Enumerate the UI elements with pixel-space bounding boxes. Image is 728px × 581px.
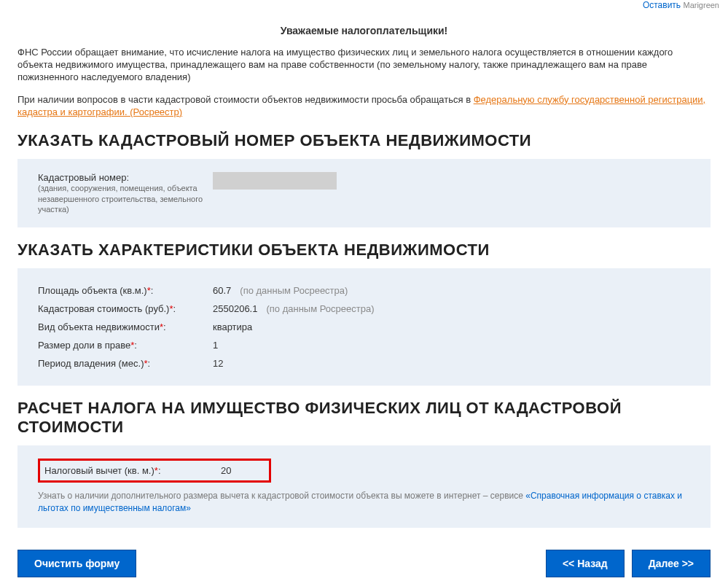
area-value: 60.7 — [213, 285, 231, 296]
share-value: 1 — [213, 340, 218, 351]
row-share: Размер доли в праве*: 1 — [38, 336, 690, 354]
deduction-value-visible: 20 — [206, 465, 231, 476]
row-area: Площадь объекта (кв.м.)*: 60.7 (по данны… — [38, 281, 690, 300]
section3-heading: РАСЧЕТ НАЛОГА НА ИМУЩЕСТВО ФИЗИЧЕСКИХ ЛИ… — [17, 399, 711, 437]
section2-heading: УКАЗАТЬ ХАРАКТЕРИСТИКИ ОБЪЕКТА НЕДВИЖИМО… — [17, 241, 711, 260]
intro-p2-prefix: При наличии вопросов в части кадастровой… — [17, 94, 474, 105]
deduction-label: Налоговый вычет (кв. м.) — [44, 465, 154, 476]
area-label: Площадь объекта (кв.м.) — [38, 285, 147, 296]
clear-form-button[interactable]: Очистить форму — [17, 550, 136, 577]
row-cost: Кадастровая стоимость (руб.)*: 2550206.1… — [38, 300, 690, 318]
cadastral-number-label: Кадастровый номер: — [38, 172, 213, 183]
share-label: Размер доли в праве — [38, 340, 130, 351]
top-right-bar: Оставить Marigreen — [643, 0, 719, 10]
cost-label: Кадастровая стоимость (руб.) — [38, 303, 169, 314]
deduction-info: Узнать о наличии дополнительного размера… — [38, 490, 690, 515]
username-watermark: Marigreen — [683, 1, 719, 9]
page-title: Уважаемые налогоплательщики! — [17, 25, 711, 36]
period-value: 12 — [213, 358, 223, 369]
tax-calc-panel: Налоговый вычет (кв. м.)*: 20 Узнать о н… — [17, 445, 711, 528]
deduction-input[interactable] — [238, 462, 631, 484]
leave-review-link[interactable]: Оставить — [643, 0, 681, 10]
page-container: Уважаемые налогоплательщики! ФНС России … — [0, 0, 728, 581]
characteristics-panel: Площадь объекта (кв.м.)*: 60.7 (по данны… — [17, 268, 711, 386]
cadastral-number-hint: (здания, сооружения, помещения, объекта … — [38, 183, 213, 214]
section1-heading: УКАЗАТЬ КАДАСТРОВЫЙ НОМЕР ОБЪЕКТА НЕДВИЖ… — [17, 131, 711, 150]
type-label: Вид объекта недвижимости — [38, 321, 160, 332]
row-type: Вид объекта недвижимости*: квартира — [38, 318, 690, 336]
intro-paragraph-1: ФНС России обращает внимание, что исчисл… — [17, 47, 711, 84]
deduction-info-prefix: Узнать о наличии дополнительного размера… — [38, 491, 525, 501]
cadastral-number-value-redacted — [213, 172, 337, 190]
type-value: квартира — [213, 321, 252, 332]
back-button[interactable]: << Назад — [546, 550, 625, 577]
area-note: (по данным Росреестра) — [240, 285, 348, 296]
cadastral-number-panel: Кадастровый номер: (здания, сооружения, … — [17, 159, 711, 227]
cost-note: (по данным Росреестра) — [266, 303, 374, 314]
button-bar: Очистить форму << Назад Далее >> — [17, 550, 711, 577]
deduction-highlight: Налоговый вычет (кв. м.)*: 20 — [38, 459, 271, 483]
row-period: Период владения (мес.)*: 12 — [38, 354, 690, 373]
period-label: Период владения (мес.) — [38, 358, 144, 369]
cost-value: 2550206.1 — [213, 303, 257, 314]
next-button[interactable]: Далее >> — [632, 550, 711, 577]
intro-paragraph-2: При наличии вопросов в части кадастровой… — [17, 94, 711, 119]
